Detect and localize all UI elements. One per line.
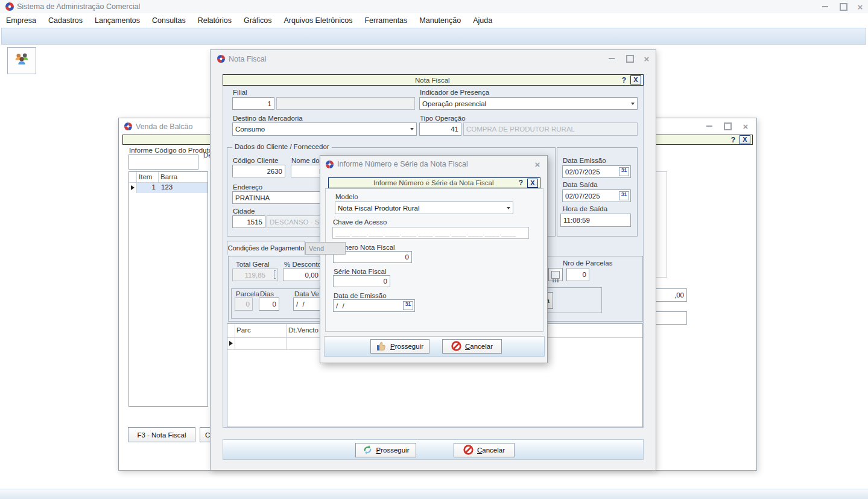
main-minimize-button[interactable] (818, 1, 832, 12)
dias-input[interactable]: 0 (259, 297, 279, 311)
total-geral-label: Total Geral (236, 261, 270, 268)
indicador-presenca-select[interactable]: Operação presencial (419, 97, 638, 110)
hora-saida-input[interactable]: 11:08:59 (560, 214, 631, 227)
nf-header-close-button[interactable]: X (630, 75, 641, 84)
menu-arquivos-eletronicos[interactable]: Arquivos Eletrônicos (278, 14, 359, 27)
modal-help-button[interactable]: ? (519, 179, 523, 187)
cancel-icon (451, 341, 461, 352)
data-emissao-input[interactable]: 02/07/2025 31 (562, 165, 631, 178)
items-col-item: Item (139, 173, 152, 180)
destino-select[interactable]: Consumo (232, 122, 417, 136)
main-menubar: Empresa Cadastros Lançamentos Consultas … (0, 13, 868, 27)
nf-maximize-button[interactable] (622, 53, 637, 64)
calendar-icon[interactable]: 31 (619, 191, 629, 200)
dias-label: Dias (260, 290, 274, 297)
total-geral-display: 119,85 (232, 269, 278, 281)
modal-prosseguir-button[interactable]: Prosseguir (370, 339, 429, 354)
parcelas-row-marker (229, 341, 233, 346)
menu-manutencao[interactable]: Manutenção (413, 14, 467, 27)
menu-ajuda[interactable]: Ajuda (467, 14, 498, 27)
tipo-operacao-label: Tipo Operação (420, 115, 466, 122)
f3-nota-fiscal-label: F3 - Nota Fiscal (137, 431, 186, 439)
menu-consultas[interactable]: Consultas (146, 14, 192, 27)
venda-header-close-button[interactable]: X (740, 135, 750, 144)
chevron-down-icon (507, 207, 510, 209)
venda-amount-field-fragment[interactable]: ,00 (654, 288, 687, 302)
nf-prosseguir-button[interactable]: Prosseguir (355, 443, 416, 457)
desktop: Sistema de Administração Comercial × Emp… (0, 0, 868, 499)
serie-nota-input[interactable]: 0 (333, 275, 390, 287)
main-close-button[interactable]: × (853, 1, 867, 12)
nro-parcelas-input[interactable]: 0 (566, 268, 589, 281)
modal-header-close-button[interactable]: X (527, 179, 538, 188)
venda-logo-icon (124, 122, 133, 131)
menu-graficos[interactable]: Gráficos (238, 14, 278, 27)
menu-lancamentos[interactable]: Lançamentos (89, 14, 146, 27)
modal-logo-icon (325, 160, 334, 169)
calculator-icon[interactable] (274, 271, 276, 281)
venda-minimize-button[interactable] (702, 121, 717, 132)
modal-header-bar: Informe Número e Série da Nota Fiscal ? … (328, 177, 540, 188)
modal-cancelar-button[interactable]: Cancelar (442, 339, 502, 354)
data-emissao-modal-label: Data de Emissão (334, 292, 387, 299)
chave-acesso-input[interactable]: ____.____.____.____.____.____.____.____.… (332, 227, 529, 239)
venda-window-title: Venda de Balcão (136, 122, 193, 131)
data-saida-input[interactable]: 02/07/2025 31 (562, 189, 631, 202)
nf-minimize-button[interactable] (604, 53, 619, 64)
tipo-operacao-code-input[interactable]: 41 (419, 122, 461, 136)
modal-header-title: Informe Número e Série da Nota Fiscal (349, 179, 519, 186)
venda-empty-field-fragment[interactable] (654, 311, 687, 325)
modelo-label: Modelo (335, 193, 358, 200)
desconto-label: % Desconto (284, 261, 322, 268)
nf-cancelar-button[interactable]: Cancelar (454, 443, 515, 457)
menu-relatorios[interactable]: Relatórios (192, 14, 238, 27)
modal-close-button[interactable]: × (530, 159, 545, 170)
desconto-input[interactable]: 0,00 (283, 269, 322, 281)
items-row-item-value: 1 (152, 183, 156, 191)
tab-condicoes-pagamento[interactable]: Condições de Pagamento (227, 241, 305, 255)
calendar-icon[interactable]: 31 (619, 167, 629, 176)
main-titlebar: Sistema de Administração Comercial × (0, 0, 868, 13)
items-row-selected[interactable]: 1 123 (137, 183, 207, 193)
tab-vendedor-fragment[interactable]: Vend (305, 242, 346, 255)
filial-code-input[interactable]: 1 (232, 97, 274, 110)
main-status-strip (0, 489, 868, 499)
calculator-icon (551, 271, 560, 279)
venda-help-button[interactable]: ? (731, 136, 735, 144)
data-saida-label: Data Saída (563, 181, 598, 188)
clients-toolbar-button[interactable] (7, 47, 36, 74)
cancel-icon (463, 445, 474, 456)
filial-label: Filial (233, 89, 247, 96)
destino-label: Destino da Mercadoria (233, 115, 303, 122)
main-maximize-button[interactable] (836, 1, 851, 12)
calendar-icon[interactable]: 31 (403, 301, 413, 310)
f3-nota-fiscal-button[interactable]: F3 - Nota Fiscal (128, 427, 195, 442)
informe-numero-serie-modal: Informe Número e Série da Nota Fiscal × … (320, 155, 548, 363)
venda-maximize-button[interactable] (720, 121, 735, 132)
cidade-label: Cidade (233, 208, 255, 215)
nf-header-title: Nota Fiscal (243, 77, 622, 84)
chevron-down-icon (410, 128, 414, 130)
produto-input[interactable] (128, 154, 198, 170)
nro-parcelas-label: Nro de Parcelas (563, 259, 612, 267)
nf-logo-icon (217, 54, 226, 63)
process-icon (363, 445, 373, 456)
cidade-code-input[interactable]: 1515 (232, 215, 265, 228)
items-grid: Item Barra 1 123 (128, 171, 208, 407)
parcela-label: Parcela (236, 290, 259, 297)
menu-empresa[interactable]: Empresa (0, 14, 42, 27)
venda-close-button[interactable]: × (738, 121, 753, 132)
nf-window-title: Nota Fiscal (229, 55, 267, 63)
app-title: Sistema de Administração Comercial (17, 2, 140, 11)
indicador-presenca-label: Indicador de Presença (420, 89, 489, 96)
items-row-marker (131, 185, 135, 190)
nf-close-button[interactable]: × (639, 53, 654, 64)
codigo-cliente-input[interactable]: 2630 (232, 165, 285, 177)
data-emissao-modal-input[interactable]: / / 31 (333, 299, 415, 312)
menu-cadastros[interactable]: Cadastros (42, 14, 89, 27)
modelo-select[interactable]: Nota Fiscal Produtor Rural (335, 202, 513, 214)
calcular-parcelas-button[interactable] (548, 268, 563, 281)
data-emissao-label: Data Emissão (563, 157, 606, 164)
menu-ferramentas[interactable]: Ferramentas (358, 14, 413, 27)
nf-help-button[interactable]: ? (622, 76, 626, 84)
